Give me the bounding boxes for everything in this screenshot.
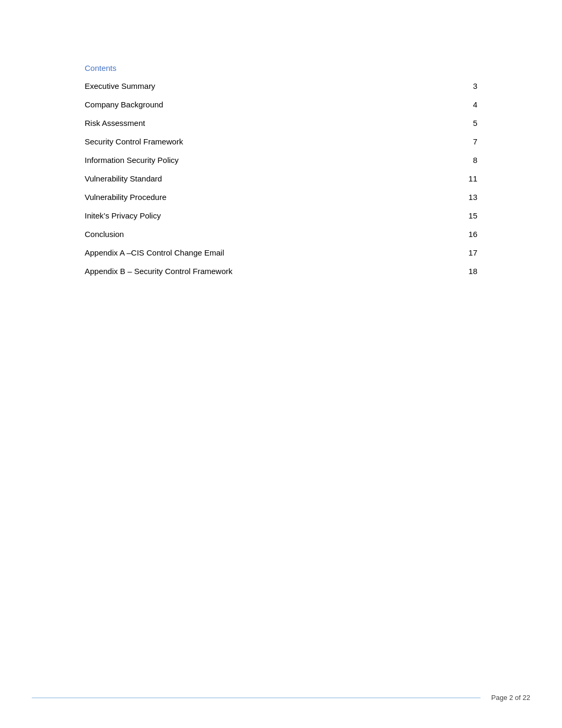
toc-item-title: Appendix B – Security Control Framework	[85, 262, 456, 280]
toc-item-title: Vulnerability Procedure	[85, 188, 456, 206]
toc-item-page: 13	[456, 188, 477, 206]
toc-row: Appendix B – Security Control Framework1…	[85, 262, 477, 280]
toc-item-page: 15	[456, 206, 477, 225]
contents-heading: Contents	[85, 63, 477, 72]
toc-item-page: 4	[456, 95, 477, 114]
toc-item-title: Vulnerability Standard	[85, 169, 456, 188]
toc-item-title: Conclusion	[85, 225, 456, 243]
toc-row: Initek’s Privacy Policy15	[85, 206, 477, 225]
toc-row: Executive Summary3	[85, 77, 477, 95]
footer-text: Page 2 of 22	[491, 694, 530, 702]
toc-row: Security Control Framework7	[85, 132, 477, 151]
toc-item-page: 3	[456, 77, 477, 95]
toc-item-page: 18	[456, 262, 477, 280]
toc-item-title: Appendix A –CIS Control Change Email	[85, 243, 456, 262]
toc-item-title: Security Control Framework	[85, 132, 456, 151]
toc-row: Appendix A –CIS Control Change Email17	[85, 243, 477, 262]
toc-row: Vulnerability Standard11	[85, 169, 477, 188]
toc-row: Vulnerability Procedure13	[85, 188, 477, 206]
toc-item-title: Information Security Policy	[85, 151, 456, 169]
toc-item-title: Company Background	[85, 95, 456, 114]
toc-item-title: Risk Assessment	[85, 114, 456, 132]
footer-line	[32, 697, 481, 698]
page: Contents Executive Summary3Company Backg…	[0, 0, 562, 728]
toc-row: Risk Assessment5	[85, 114, 477, 132]
toc-item-page: 11	[456, 169, 477, 188]
page-footer: Page 2 of 22	[0, 694, 562, 702]
toc-item-page: 17	[456, 243, 477, 262]
toc-item-page: 16	[456, 225, 477, 243]
toc-row: Conclusion16	[85, 225, 477, 243]
toc-row: Information Security Policy8	[85, 151, 477, 169]
toc-item-page: 5	[456, 114, 477, 132]
contents-section: Contents Executive Summary3Company Backg…	[85, 63, 477, 280]
toc-row: Company Background4	[85, 95, 477, 114]
toc-table: Executive Summary3Company Background4Ris…	[85, 77, 477, 280]
toc-item-page: 7	[456, 132, 477, 151]
toc-item-title: Executive Summary	[85, 77, 456, 95]
toc-item-page: 8	[456, 151, 477, 169]
toc-item-title: Initek’s Privacy Policy	[85, 206, 456, 225]
